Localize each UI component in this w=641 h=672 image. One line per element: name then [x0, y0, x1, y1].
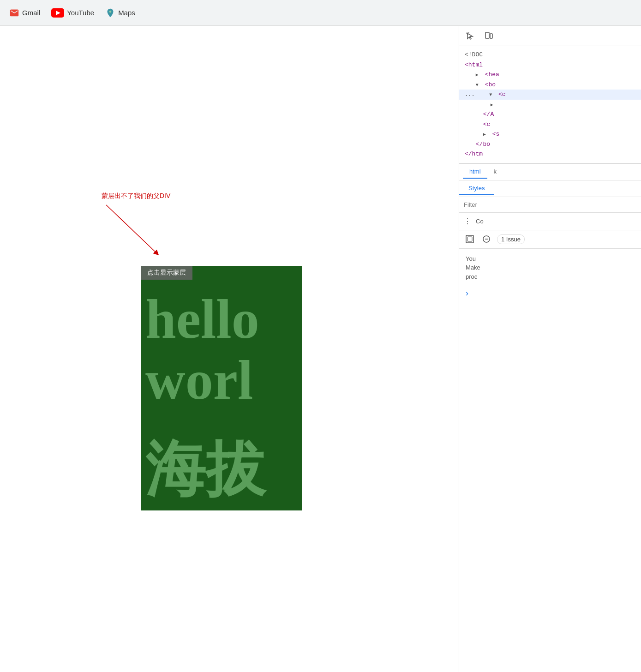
- body-tag: <bo: [485, 81, 496, 88]
- devtools-panel: <!DOC <html ▶ <hea ▼ <bo ... ▼ <c: [459, 26, 641, 672]
- doctype-text: <!DOC: [465, 51, 483, 58]
- tab-k[interactable]: k: [487, 165, 503, 179]
- child1-triangle[interactable]: ▼: [489, 91, 495, 98]
- gmail-label: Gmail: [22, 9, 40, 17]
- annotation-text: 蒙层出不了我们的父DIV: [102, 192, 170, 200]
- edit-icon[interactable]: [480, 233, 492, 245]
- svg-rect-5: [467, 237, 472, 241]
- styles-tabs: Styles: [459, 180, 641, 197]
- child2-triangle[interactable]: ▶: [491, 102, 496, 108]
- tree-close1[interactable]: </A: [459, 109, 641, 120]
- child4-tag: <s: [492, 131, 500, 138]
- head-triangle[interactable]: ▶: [476, 72, 481, 78]
- maps-icon: [105, 8, 115, 18]
- closebody-tag: </bo: [476, 141, 490, 148]
- tab-html[interactable]: html: [463, 165, 487, 179]
- tree-child2[interactable]: ▶: [459, 100, 641, 110]
- box-model-icon[interactable]: [464, 233, 476, 245]
- demo-chinese-text: 海拔: [141, 429, 302, 510]
- annotation-arrow: [92, 200, 175, 265]
- bottom-icons: 1 Issue: [459, 230, 641, 249]
- head-tag: <hea: [485, 71, 499, 78]
- html-tree: <!DOC <html ▶ <hea ▼ <bo ... ▼ <c: [459, 46, 641, 163]
- tree-html[interactable]: <html: [459, 60, 641, 70]
- tab-styles[interactable]: Styles: [459, 182, 494, 195]
- demo-hello-text: hello worl: [141, 284, 302, 411]
- svg-line-0: [106, 205, 157, 253]
- maps-item[interactable]: Maps: [105, 8, 135, 18]
- svg-rect-3: [490, 34, 492, 38]
- issues-content: You Make proc: [459, 249, 641, 287]
- youtube-item[interactable]: YouTube: [51, 8, 94, 18]
- devtools-tabs: html k: [459, 164, 641, 180]
- tree-head[interactable]: ▶ <hea: [459, 70, 641, 80]
- styles-filter: [459, 197, 641, 213]
- filter-input[interactable]: [464, 201, 636, 208]
- page-area: 蒙层出不了我们的父DIV 点击显示蒙层 hello worl 海拔: [0, 26, 459, 672]
- demo-container: 点击显示蒙层 hello worl 海拔: [141, 266, 302, 510]
- gmail-icon: [9, 8, 19, 18]
- tree-closebody[interactable]: </bo: [459, 139, 641, 150]
- tree-child4[interactable]: ▶ <s: [459, 129, 641, 139]
- issue-badge[interactable]: 1 Issue: [497, 234, 525, 244]
- expand-icon[interactable]: ›: [459, 287, 641, 300]
- svg-rect-2: [485, 32, 489, 38]
- gmail-item[interactable]: Gmail: [9, 8, 40, 18]
- tree-body[interactable]: ▼ <bo: [459, 80, 641, 90]
- youtube-label: YouTube: [67, 9, 94, 17]
- tree-child3[interactable]: <c: [459, 120, 641, 130]
- styles-toolbar-label: Co: [476, 218, 484, 225]
- devtools-bottom: html k Styles ⋮ Co: [459, 163, 641, 672]
- styles-more-icon[interactable]: ⋮: [464, 217, 471, 226]
- device-toolbar-icon[interactable]: [482, 30, 495, 42]
- maps-label: Maps: [118, 9, 135, 17]
- html-tag: <html: [465, 61, 483, 68]
- body-triangle[interactable]: ▼: [476, 82, 481, 89]
- child1-tag: <c: [498, 91, 506, 98]
- styles-toolbar: ⋮ Co: [459, 213, 641, 230]
- child3-tag: <c: [483, 121, 491, 128]
- tree-doctype[interactable]: <!DOC: [459, 50, 641, 60]
- svg-rect-4: [466, 235, 473, 243]
- main-content: 蒙层出不了我们的父DIV 点击显示蒙层 hello worl 海拔: [0, 26, 641, 672]
- devtools-toolbar: [459, 26, 641, 46]
- child4-triangle[interactable]: ▶: [483, 131, 489, 138]
- browser-bar: Gmail YouTube Maps: [0, 0, 641, 26]
- tree-child1[interactable]: ... ▼ <c: [459, 90, 641, 100]
- youtube-icon: [51, 8, 64, 18]
- tree-closehtml[interactable]: </htm: [459, 149, 641, 159]
- dots: ...: [465, 91, 475, 98]
- show-overlay-button[interactable]: 点击显示蒙层: [141, 266, 192, 280]
- closehtml-tag: </htm: [465, 150, 483, 157]
- inspect-element-icon[interactable]: [464, 30, 477, 42]
- close1-tag: </A: [483, 111, 494, 118]
